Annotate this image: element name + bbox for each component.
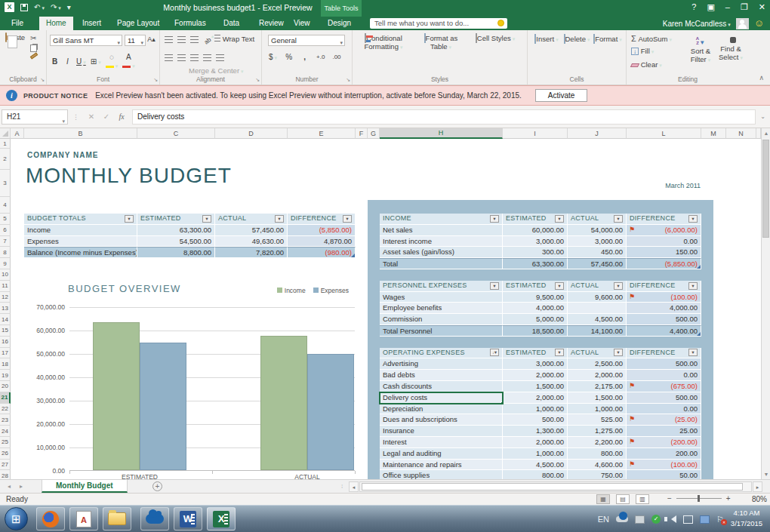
sheet-tab-monthly-budget[interactable]: Monthly Budget: [42, 480, 128, 493]
row-header-14[interactable]: 14: [0, 314, 11, 325]
font-name-select[interactable]: Gill Sans MT▾: [50, 35, 122, 46]
table-header-cell[interactable]: DIFFERENCE: [627, 214, 701, 225]
save-icon[interactable]: [20, 4, 28, 11]
comma-format-button[interactable]: ,: [300, 53, 310, 61]
font-dialog-launcher[interactable]: ↘: [153, 77, 158, 83]
table-header-cell[interactable]: BUDGET TOTALS: [24, 214, 137, 225]
redo-button[interactable]: ↷: [51, 3, 61, 11]
row-header-12[interactable]: 12: [0, 292, 11, 303]
table-cell[interactable]: 1,000.00: [503, 448, 568, 460]
currency-format-button[interactable]: $: [268, 53, 278, 61]
table-cell[interactable]: Employee benefits: [380, 303, 503, 314]
table-header-cell[interactable]: ACTUAL: [215, 214, 288, 225]
row-header-25[interactable]: 25: [0, 437, 11, 448]
fill-color-button[interactable]: ◌: [105, 53, 119, 69]
table-header-cell[interactable]: ESTIMATED: [503, 281, 568, 292]
table-cell[interactable]: 60,000.00: [503, 225, 568, 236]
table-cell[interactable]: 9,500.00: [503, 292, 568, 303]
table-header-cell[interactable]: DIFFERENCE: [288, 214, 356, 225]
table-header-cell[interactable]: ESTIMATED: [137, 214, 215, 225]
clipboard-dialog-launcher[interactable]: ↘: [40, 77, 45, 83]
filter-button[interactable]: [688, 282, 698, 290]
enter-icon[interactable]: ✓: [99, 112, 114, 121]
row-header-26[interactable]: 26: [0, 448, 11, 460]
table-cell[interactable]: 525.00: [568, 414, 627, 426]
row-header-15[interactable]: 15: [0, 325, 11, 337]
start-button[interactable]: [5, 507, 28, 530]
table-cell[interactable]: 450.00: [568, 247, 627, 258]
column-header-N[interactable]: N: [726, 128, 756, 139]
action-center-icon[interactable]: [716, 515, 725, 524]
paste-button[interactable]: Paste: [4, 33, 26, 50]
insert-function-icon[interactable]: fx: [114, 112, 129, 121]
top-align-button[interactable]: [165, 36, 173, 43]
column-header-D[interactable]: D: [215, 128, 288, 139]
sheet-nav-left-icon[interactable]: ◂: [8, 483, 11, 490]
filter-button[interactable]: [490, 282, 499, 290]
row-header-4[interactable]: 4: [0, 197, 11, 214]
table-cell[interactable]: 500.00: [627, 358, 701, 370]
normal-view-button[interactable]: ▦: [596, 494, 610, 504]
tell-me-input[interactable]: Tell me what you want to do...: [370, 18, 507, 29]
table-cell[interactable]: 4,500.00: [568, 314, 627, 325]
conditional-formatting-button[interactable]: Conditional Formatting: [360, 34, 407, 51]
align-left-button[interactable]: [165, 54, 173, 61]
vertical-scroll-thumb[interactable]: [762, 140, 769, 238]
tray-status-icon[interactable]: ✓: [651, 515, 661, 524]
table-cell[interactable]: (5,850.00): [627, 258, 701, 269]
filter-button[interactable]: [614, 349, 623, 356]
new-sheet-button[interactable]: +: [152, 481, 162, 491]
table-cell[interactable]: 5,000.00: [503, 314, 568, 325]
column-header-E[interactable]: E: [288, 128, 356, 139]
font-size-select[interactable]: 11▾: [125, 35, 146, 46]
column-header-H[interactable]: H: [380, 128, 503, 139]
filter-button[interactable]: [614, 215, 623, 223]
filter-button[interactable]: [555, 215, 564, 223]
table-cell[interactable]: Balance (Income minus Expenses): [24, 247, 137, 258]
table-cell[interactable]: 4,000.00: [627, 303, 701, 314]
select-all-corner[interactable]: [0, 128, 11, 139]
tab-data[interactable]: Data: [217, 17, 246, 30]
row-header-21[interactable]: 21: [0, 392, 11, 404]
filter-button[interactable]: [275, 215, 284, 223]
table-cell[interactable]: 63,300.00: [503, 258, 568, 269]
collapse-ribbon-button[interactable]: ∧: [759, 74, 764, 81]
sheet-canvas[interactable]: COMPANY NAME MONTHLY BUDGET March 2011 B…: [11, 139, 761, 479]
table-cell[interactable]: 4,500.00: [503, 460, 568, 471]
table-cell[interactable]: 54,000.00: [568, 225, 627, 236]
table-cell[interactable]: (980.00): [288, 247, 356, 258]
table-cell[interactable]: 49,630.00: [215, 236, 288, 248]
table-cell[interactable]: Asset sales (gain/loss): [380, 247, 503, 258]
table-cell[interactable]: 3,000.00: [503, 236, 568, 248]
hscroll-left-icon[interactable]: ◂: [349, 481, 359, 492]
row-header-18[interactable]: 18: [0, 358, 11, 370]
table-cell[interactable]: Net sales: [380, 225, 503, 236]
row-header-3[interactable]: 3: [0, 170, 11, 197]
find-select-button[interactable]: Find & Select: [716, 36, 746, 62]
table-cell[interactable]: 1,300.00: [503, 426, 568, 437]
table-cell[interactable]: 150.00: [627, 247, 701, 258]
row-header-9[interactable]: 9: [0, 258, 11, 269]
table-cell[interactable]: 800.00: [568, 448, 627, 460]
zoom-slider[interactable]: [676, 498, 722, 499]
column-header-B[interactable]: B: [24, 128, 137, 139]
restore-button[interactable]: ❐: [741, 2, 748, 12]
column-header-J[interactable]: J: [568, 128, 627, 139]
table-cell[interactable]: 8,800.00: [137, 247, 215, 258]
table-cell[interactable]: 500.00: [627, 392, 701, 404]
table-cell[interactable]: ⚑(100.00): [627, 292, 701, 303]
close-button[interactable]: ✕: [759, 2, 765, 12]
table-cell[interactable]: 25.00: [627, 426, 701, 437]
table-cell[interactable]: 4,870.00: [288, 236, 356, 248]
row-header-7[interactable]: 7: [0, 236, 11, 248]
table-cell[interactable]: Commission: [380, 314, 503, 325]
format-painter-button[interactable]: [30, 52, 38, 59]
filter-button[interactable]: [614, 282, 623, 290]
row-header-2[interactable]: 2: [0, 149, 11, 170]
table-cell[interactable]: 4,600.00: [568, 460, 627, 471]
expand-formula-bar-icon[interactable]: ⌄: [756, 113, 770, 120]
page-layout-view-button[interactable]: ▤: [616, 494, 630, 504]
table-cell[interactable]: Depreciation: [380, 404, 503, 415]
signed-in-user[interactable]: Karen McCandless: [663, 20, 731, 28]
table-cell[interactable]: ⚑(200.00): [627, 437, 701, 448]
